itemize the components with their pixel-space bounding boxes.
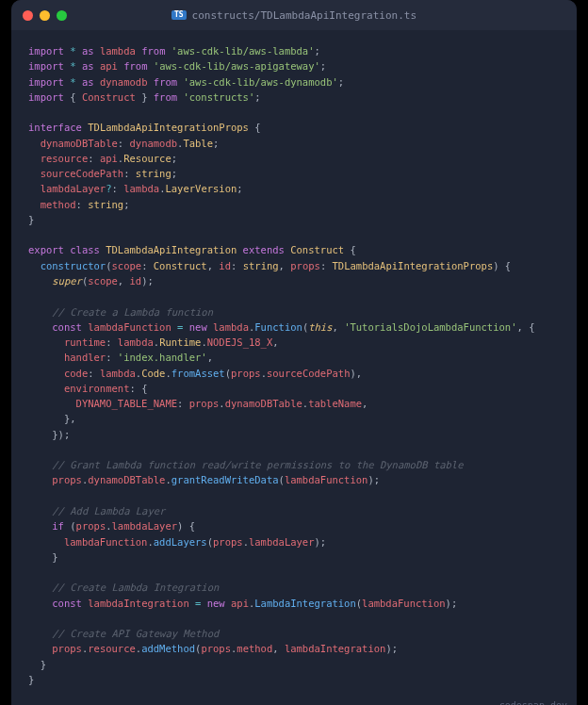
- code-line: [28, 105, 560, 120]
- code-line: handler: 'index.handler',: [28, 350, 560, 365]
- code-line: if (props.lambdaLayer) {: [28, 518, 560, 533]
- code-line: // Create API Gateway Method: [28, 626, 560, 641]
- zoom-icon[interactable]: [57, 10, 67, 21]
- code-line: }: [28, 549, 560, 565]
- code-line: }: [28, 672, 560, 687]
- code-line: export class TDLambdaApiIntegration exte…: [28, 242, 560, 257]
- code-line: DYNAMO_TABLE_NAME: props.dynamoDBTable.t…: [28, 396, 560, 411]
- code-line: code: lambda.Code.fromAsset(props.source…: [28, 366, 560, 381]
- code-line: const lambdaFunction = new lambda.Functi…: [28, 320, 560, 335]
- code-editor[interactable]: import * as lambda from 'aws-cdk-lib/aws…: [11, 30, 577, 697]
- code-line: }: [28, 657, 560, 672]
- code-line: [28, 488, 560, 503]
- code-line: lambdaFunction.addLayers(props.lambdaLay…: [28, 534, 560, 549]
- code-line: [28, 288, 560, 303]
- code-line: }: [28, 212, 560, 227]
- typescript-icon: TS: [172, 10, 187, 20]
- code-line: props.dynamoDBTable.grantReadWriteData(l…: [28, 472, 560, 487]
- code-line: });: [28, 427, 560, 442]
- code-line: [28, 227, 560, 242]
- code-line: import { Construct } from 'constructs';: [28, 90, 560, 105]
- filename-label: constructs/TDLambdaApiIntegration.ts: [192, 9, 416, 22]
- code-line: dynamoDBTable: dynamodb.Table;: [28, 136, 560, 151]
- code-line: // Create a Lambda function: [28, 304, 560, 320]
- code-line: [28, 611, 560, 626]
- code-line: props.resource.addMethod(props.method, l…: [28, 641, 560, 656]
- code-line: import * as lambda from 'aws-cdk-lib/aws…: [28, 43, 560, 58]
- watermark: codesnap.dev: [11, 697, 577, 705]
- code-line: [28, 442, 560, 457]
- code-line: method: string;: [28, 197, 560, 212]
- traffic-lights: [23, 10, 67, 21]
- code-line: lambdaLayer?: lambda.LayerVersion;: [28, 181, 560, 196]
- code-line: // Grant Lambda function read/write perm…: [28, 457, 560, 472]
- window-title: TS constructs/TDLambdaApiIntegration.ts: [172, 9, 416, 22]
- code-line: resource: api.Resource;: [28, 151, 560, 166]
- code-line: // Create Lambda Integration: [28, 580, 560, 595]
- code-line: // Add Lambda Layer: [28, 503, 560, 518]
- code-window: TS constructs/TDLambdaApiIntegration.ts …: [11, 0, 577, 705]
- code-line: import * as api from 'aws-cdk-lib/aws-ap…: [28, 58, 560, 74]
- close-icon[interactable]: [23, 10, 33, 21]
- code-line: interface TDLambdaApiIntegrationProps {: [28, 120, 560, 135]
- code-line: runtime: lambda.Runtime.NODEJS_18_X,: [28, 335, 560, 350]
- code-line: },: [28, 411, 560, 426]
- titlebar: TS constructs/TDLambdaApiIntegration.ts: [11, 0, 577, 30]
- code-line: environment: {: [28, 381, 560, 396]
- code-line: constructor(scope: Construct, id: string…: [28, 258, 560, 273]
- code-line: import * as dynamodb from 'aws-cdk-lib/a…: [28, 74, 560, 90]
- code-line: const lambdaIntegration = new api.Lambda…: [28, 596, 560, 611]
- code-line: sourceCodePath: string;: [28, 166, 560, 181]
- minimize-icon[interactable]: [40, 10, 50, 21]
- code-line: super(scope, id);: [28, 273, 560, 288]
- code-line: [28, 565, 560, 580]
